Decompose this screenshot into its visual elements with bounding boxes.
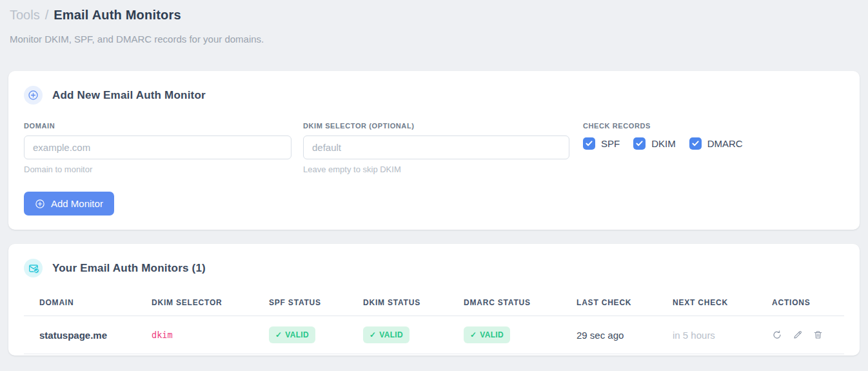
refresh-button[interactable] — [772, 330, 782, 340]
monitor-domain: statuspage.me — [24, 316, 152, 354]
dkim-selector-field-helper: Leave empty to skip DKIM — [303, 165, 569, 174]
actions-cell — [772, 316, 844, 354]
dkim-status-text: VALID — [379, 330, 403, 339]
checkbox-checked-icon — [633, 137, 646, 150]
monitors-card-title: Your Email Auth Monitors (1) — [52, 262, 206, 275]
check-badge-icon — [34, 268, 39, 274]
breadcrumb-tools-link[interactable]: Tools — [10, 8, 40, 23]
column-header-last-check: LAST CHECK — [577, 290, 673, 316]
domain-field-group: DOMAIN Domain to monitor — [24, 122, 291, 174]
column-header-dkim-status: DKIM STATUS — [363, 290, 464, 316]
checkbox-checked-icon — [583, 137, 595, 150]
breadcrumb-separator: / — [45, 8, 49, 23]
last-check-cell: 29 sec ago — [577, 316, 673, 354]
status-badge: ✓ VALID — [464, 326, 510, 343]
spf-checkbox-label: SPF — [601, 138, 620, 149]
dkim-status-cell: ✓ VALID — [363, 316, 464, 354]
dkim-selector-field-label: DKIM SELECTOR (OPTIONAL) — [303, 122, 569, 130]
check-icon: ✓ — [370, 330, 376, 339]
domain-input[interactable] — [24, 135, 291, 159]
add-monitor-button[interactable]: Add Monitor — [24, 192, 114, 216]
checkbox-checked-icon — [689, 137, 702, 150]
dkim-selector-input[interactable] — [303, 135, 569, 159]
dmarc-status-cell: ✓ VALID — [464, 316, 577, 354]
status-badge: ✓ VALID — [363, 326, 409, 343]
dkim-selector-field-group: DKIM SELECTOR (OPTIONAL) Leave empty to … — [303, 122, 569, 174]
add-monitor-card-title: Add New Email Auth Monitor — [52, 89, 206, 102]
dkim-checkbox[interactable]: DKIM — [633, 137, 676, 150]
monitors-table: DOMAIN DKIM SELECTOR SPF STATUS DKIM STA… — [24, 290, 844, 354]
column-header-spf-status: SPF STATUS — [269, 290, 363, 316]
column-header-next-check: NEXT CHECK — [673, 290, 772, 316]
monitors-list-card: Your Email Auth Monitors (1) DOMAIN DKIM… — [8, 244, 860, 356]
table-header-row: DOMAIN DKIM SELECTOR SPF STATUS DKIM STA… — [24, 290, 844, 316]
add-monitor-form: DOMAIN Domain to monitor DKIM SELECTOR (… — [24, 122, 844, 174]
edit-pencil-icon-button[interactable] — [793, 330, 803, 340]
spf-checkbox[interactable]: SPF — [583, 137, 620, 150]
page: Tools / Email Auth Monitors Monitor DKIM… — [0, 0, 868, 356]
plus-circle-icon — [35, 199, 45, 209]
domain-field-label: DOMAIN — [24, 122, 291, 130]
delete-trash-icon-button[interactable] — [813, 330, 823, 340]
dkim-checkbox-label: DKIM — [651, 138, 676, 149]
column-header-dmarc-status: DMARC STATUS — [464, 290, 577, 316]
spf-status-text: VALID — [285, 330, 309, 339]
monitors-card-header: Your Email Auth Monitors (1) — [24, 259, 844, 277]
next-check-cell: in 5 hours — [673, 316, 772, 354]
envelope-check-icon — [24, 259, 43, 277]
add-monitor-button-label: Add Monitor — [51, 198, 103, 209]
column-header-actions: ACTIONS — [772, 290, 844, 316]
add-monitor-card-header: Add New Email Auth Monitor — [24, 86, 844, 105]
check-records-options: SPF DKIM DMARC — [583, 137, 844, 150]
check-icon: ✓ — [470, 330, 477, 339]
table-row: statuspage.me dkim ✓ VALID ✓ VALID — [24, 316, 844, 354]
dmarc-checkbox[interactable]: DMARC — [689, 137, 743, 150]
dmarc-checkbox-label: DMARC — [707, 138, 743, 149]
page-subtitle: Monitor DKIM, SPF, and DMARC records for… — [8, 34, 860, 45]
status-badge: ✓ VALID — [269, 326, 315, 343]
plus-circle-icon — [24, 86, 43, 105]
dmarc-status-text: VALID — [480, 330, 504, 339]
spf-status-cell: ✓ VALID — [269, 316, 363, 354]
domain-field-helper: Domain to monitor — [24, 165, 291, 174]
column-header-domain: DOMAIN — [24, 290, 152, 316]
check-icon: ✓ — [275, 330, 282, 339]
monitor-dkim-selector: dkim — [152, 316, 269, 354]
check-records-label: CHECK RECORDS — [583, 122, 844, 130]
add-monitor-card: Add New Email Auth Monitor DOMAIN Domain… — [8, 71, 860, 230]
column-header-dkim-selector: DKIM SELECTOR — [152, 290, 269, 316]
check-records-group: CHECK RECORDS SPF DKIM — [581, 122, 844, 174]
page-title: Email Auth Monitors — [54, 8, 181, 23]
breadcrumb: Tools / Email Auth Monitors — [8, 8, 860, 23]
